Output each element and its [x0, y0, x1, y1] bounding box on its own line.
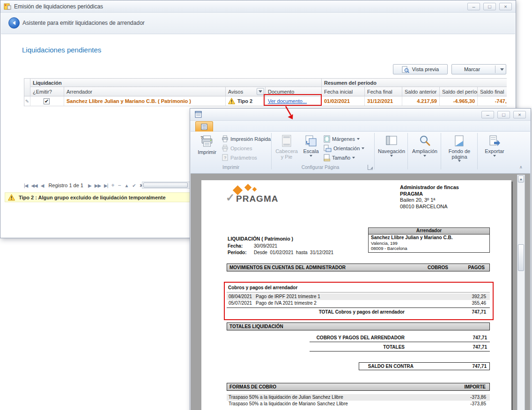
group-divider: [374, 133, 375, 169]
vista-previa-button[interactable]: Vista previa: [393, 64, 448, 74]
marcar-dropdown[interactable]: [498, 68, 506, 71]
ribbon: ? Imprimir Impresión Rápida: [191, 132, 530, 174]
logo-diamond: [252, 187, 257, 192]
group-header-resumen[interactable]: Resumen del período: [322, 78, 507, 87]
fondo-de-pagina-label: Fondo de página: [443, 148, 475, 160]
nav-post-button[interactable]: ✔: [132, 183, 136, 188]
navegacion-label: Navegación: [378, 148, 405, 154]
column-header-arrendador[interactable]: Arrendador: [64, 87, 226, 96]
cell-arrendador[interactable]: Sanchez Llibre Julian y Mariano C.B. ( P…: [64, 96, 226, 106]
arrendador-box-header: Arrendador: [369, 228, 489, 234]
column-header-saldo-anterior[interactable]: Saldo anterior: [402, 87, 440, 96]
nav-next-page-button[interactable]: ▶▶: [95, 183, 101, 188]
arrendador-address: Valencia, 199: [369, 241, 489, 246]
cell-fecha-final[interactable]: 31/12/2021: [365, 96, 402, 106]
impresion-rapida-button[interactable]: Impresión Rápida: [222, 134, 271, 143]
tamano-button[interactable]: Tamaño: [324, 153, 355, 162]
maximize-button[interactable]: □: [483, 3, 496, 10]
minimize-button[interactable]: –: [481, 111, 494, 118]
scroll-up-button[interactable]: ▲: [518, 176, 524, 183]
close-button[interactable]: ×: [499, 3, 512, 10]
warning-note-text: Tipo 2 : Algun grupo excluído de liquida…: [19, 195, 166, 200]
avisos-filter-dropdown[interactable]: [257, 88, 264, 95]
chevron-down-icon: [458, 160, 461, 162]
parametros-label: Parámetros: [230, 155, 257, 161]
escala-button[interactable]: Escala: [301, 133, 321, 169]
scale-icon: [305, 135, 317, 147]
cell-avisos[interactable]: Tipo 2: [226, 96, 266, 106]
ampliacion-label: Ampliación: [412, 148, 437, 154]
quick-print-icon: [222, 135, 229, 142]
formas-header: FORMAS DE COBRO: [229, 384, 276, 389]
row-indicator: ✎: [24, 96, 30, 106]
nav-prev-page-button[interactable]: ◀◀: [31, 183, 37, 188]
impresion-rapida-label: Impresión Rápida: [230, 136, 271, 142]
navegacion-button[interactable]: Navegación: [377, 133, 406, 169]
ribbon-collapse-button[interactable]: ∧: [519, 165, 523, 169]
opciones-label: Opciones: [230, 146, 252, 151]
forma-concepto: Traspaso 50% a la liquidación de Julian …: [229, 395, 343, 400]
header-footer-icon: [281, 135, 292, 147]
escala-label: Escala: [303, 148, 318, 154]
cabecera-y-pie-label: Cabecera y Pie: [275, 148, 298, 160]
cell-fecha-inicial[interactable]: 01/02/2021: [322, 96, 365, 106]
column-header-fecha-final[interactable]: Fecha final: [365, 87, 402, 96]
exportar-button[interactable]: Exportar: [480, 133, 509, 169]
close-button[interactable]: ×: [513, 111, 526, 118]
minimize-button[interactable]: –: [467, 3, 480, 10]
ampliacion-button[interactable]: Ampliación: [410, 133, 439, 169]
movimientos-header: MOVIMIENTOS EN CUENTAS DEL ADMINISTRADOR: [229, 265, 346, 270]
chevron-down-icon: [357, 138, 360, 140]
printer-icon: ?: [200, 135, 214, 148]
cell-saldo-anterior[interactable]: 4.217,59: [402, 96, 440, 106]
app-icon: [4, 3, 11, 10]
nav-next-button[interactable]: ▶: [88, 183, 91, 188]
group-divider: [477, 133, 478, 169]
chevron-down-icon: [259, 90, 262, 93]
arrendador-box: Arrendador Sanchez Llibre Julian y Maria…: [368, 227, 490, 253]
cell-saldo-periodo[interactable]: -4.965,30: [440, 96, 478, 106]
totales-row: COBROS Y PAGOS DEL ARRENDADOR 747,71: [310, 335, 490, 342]
fondo-de-pagina-button[interactable]: Fondo de página: [443, 133, 475, 169]
column-header-avisos[interactable]: Avisos: [226, 87, 266, 96]
column-header-saldo-periodo[interactable]: Saldo del período: [440, 87, 478, 96]
preview-icon: [402, 66, 409, 73]
group-header-liquidacion[interactable]: Liquidación: [30, 78, 322, 87]
dialog-launcher-icon[interactable]: [368, 165, 373, 170]
totales-row-label: TOTALES: [383, 344, 405, 350]
preview-vertical-scrollbar[interactable]: ▲: [517, 175, 525, 410]
imprimir-button[interactable]: ? Imprimir: [194, 133, 220, 169]
marcar-label: Marcar: [452, 66, 492, 72]
parametros-button: ? Parámetros: [222, 153, 257, 162]
vscroll-thumb[interactable]: [518, 244, 524, 271]
ribbon-active-tab[interactable]: [195, 121, 213, 132]
admin-line: 08010 BARCELONA: [400, 204, 459, 210]
cell-saldo-final[interactable]: -747,71: [478, 96, 507, 106]
col-importe: IMPORTE: [464, 384, 486, 389]
nav-append-button[interactable]: +: [111, 182, 114, 189]
orientacion-button[interactable]: Orientación: [324, 144, 364, 153]
column-header-saldo-final[interactable]: Saldo final: [478, 87, 507, 96]
maximize-button[interactable]: □: [497, 111, 510, 118]
emitir-checkbox[interactable]: ✔: [44, 98, 50, 104]
margenes-button[interactable]: Márgenes: [324, 134, 360, 143]
column-header-emitir[interactable]: ¿Emitir?: [30, 87, 64, 96]
back-button[interactable]: [8, 17, 20, 29]
nav-delete-button[interactable]: −: [118, 182, 121, 189]
forma-concepto: Traspaso 50% a la liquidación de Mariano…: [229, 401, 348, 406]
print-preview-tab-icon: [201, 124, 207, 130]
chevron-down-icon: [352, 157, 355, 159]
admin-line: Bailen 20, 3º 1ª: [400, 197, 459, 204]
chevron-down-icon: [390, 155, 393, 157]
marcar-button[interactable]: Marcar: [451, 64, 506, 74]
chevron-down-icon: [362, 147, 364, 149]
nav-last-button[interactable]: ▶|: [104, 183, 108, 188]
nav-first-button[interactable]: |◀: [24, 183, 28, 188]
nav-prev-button[interactable]: ◀: [41, 183, 44, 188]
hscroll-thumb[interactable]: [143, 183, 188, 188]
navigator-position-label: Registro 1 de 1: [48, 183, 83, 188]
preview-titlebar: [190, 109, 531, 121]
group-divider: [271, 133, 272, 169]
column-header-fecha-inicial[interactable]: Fecha inicial: [322, 87, 365, 96]
nav-edit-button[interactable]: ▲: [124, 183, 129, 188]
